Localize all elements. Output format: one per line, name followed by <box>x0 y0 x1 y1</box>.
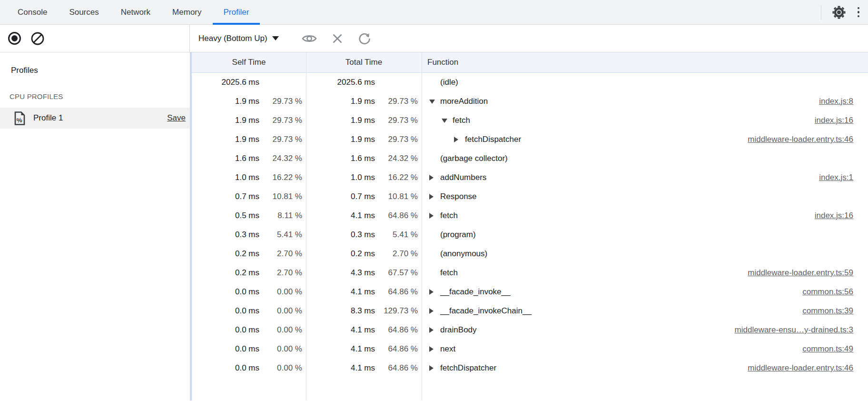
expander-toggle[interactable] <box>429 175 440 180</box>
profile-grid-row[interactable]: 0.0 ms0.00 %8.3 ms129.73 %__facade_invok… <box>192 301 868 321</box>
self-time-value: 1.0 ms <box>192 173 259 182</box>
self-time-cell: 2025.6 ms <box>192 78 306 87</box>
toolbar-divider <box>821 5 821 20</box>
function-cell: addNumbersindex.js:1 <box>422 173 868 182</box>
self-time-percent: 29.73 % <box>259 97 302 106</box>
function-name: drainBody <box>440 325 477 335</box>
column-header-self-time[interactable]: Self Time <box>192 58 306 67</box>
function-cell: fetchmiddleware-loader.entry.ts:59 <box>422 268 868 278</box>
profile-grid-row[interactable]: 0.0 ms0.00 %4.1 ms64.86 %drainBodymiddle… <box>192 321 868 340</box>
tab-network[interactable]: Network <box>110 0 161 24</box>
function-cell: fetchindex.js:16 <box>422 211 868 221</box>
self-time-percent: 8.11 % <box>259 211 302 221</box>
function-name: (anonymous) <box>440 249 487 259</box>
function-cell: fetchDispatchermiddleware-loader.entry.t… <box>422 135 868 144</box>
source-link[interactable]: middleware-loader.entry.ts:59 <box>748 268 853 278</box>
total-time-value: 4.1 ms <box>306 363 375 373</box>
total-time-percent: 2.70 % <box>375 249 418 259</box>
chevron-down-icon <box>272 36 279 40</box>
tab-console[interactable]: Console <box>7 0 58 24</box>
view-mode-label: Heavy (Bottom Up) <box>198 34 267 43</box>
focus-selected-button[interactable] <box>302 33 317 44</box>
source-link[interactable]: middleware-loader.entry.ts:46 <box>748 135 853 144</box>
profile-grid-row[interactable]: 1.9 ms29.73 %1.9 ms29.73 %moreAdditionin… <box>192 92 868 111</box>
restore-nodes-button[interactable] <box>358 32 371 45</box>
profile-name: Profile 1 <box>33 113 167 123</box>
tab-profiler[interactable]: Profiler <box>213 0 260 24</box>
self-time-value: 1.9 ms <box>192 97 259 106</box>
profile-list-item[interactable]: % Profile 1 Save <box>0 108 190 129</box>
self-time-value: 1.9 ms <box>192 116 259 125</box>
close-icon <box>332 33 343 44</box>
source-link[interactable]: common.ts:56 <box>802 287 853 297</box>
profile-grid-row[interactable]: 0.5 ms8.11 %4.1 ms64.86 %fetchindex.js:1… <box>192 206 868 225</box>
save-profile-link[interactable]: Save <box>167 113 186 123</box>
profile-grid-row[interactable]: 1.6 ms24.32 %1.6 ms24.32 %(garbage colle… <box>192 149 868 168</box>
expander-toggle[interactable] <box>442 119 453 123</box>
expander-toggle[interactable] <box>429 289 440 295</box>
profile-grid-row[interactable]: 1.9 ms29.73 %1.9 ms29.73 %fetchindex.js:… <box>192 111 868 130</box>
column-header-total-time[interactable]: Total Time <box>306 58 422 67</box>
triangle-right-icon <box>429 327 434 333</box>
view-mode-dropdown[interactable]: Heavy (Bottom Up) <box>198 34 279 43</box>
triangle-right-icon <box>429 346 434 352</box>
refresh-icon <box>358 32 371 45</box>
tab-sources[interactable]: Sources <box>58 0 109 24</box>
function-cell: fetchDispatchermiddleware-loader.entry.t… <box>422 363 868 373</box>
column-header-function[interactable]: Function <box>422 58 868 67</box>
source-link[interactable]: index.js:16 <box>815 116 853 125</box>
profile-grid-row[interactable]: 0.0 ms0.00 %4.1 ms64.86 %nextcommon.ts:4… <box>192 340 868 359</box>
profile-grid-row[interactable]: 0.3 ms5.41 %0.3 ms5.41 %(program) <box>192 225 868 244</box>
function-cell: (anonymous) <box>422 249 868 259</box>
profile-grid-row[interactable]: 0.2 ms2.70 %4.3 ms67.57 %fetchmiddleware… <box>192 263 868 282</box>
self-time-percent: 2.70 % <box>259 268 302 278</box>
profile-grid-row[interactable]: 1.9 ms29.73 %1.9 ms29.73 %fetchDispatche… <box>192 130 868 149</box>
expander-toggle[interactable] <box>429 346 440 352</box>
profile-grid-row[interactable]: 0.2 ms2.70 %0.2 ms2.70 %(anonymous) <box>192 244 868 263</box>
record-button[interactable] <box>8 32 21 45</box>
total-time-percent: 5.41 % <box>375 230 418 240</box>
function-name: fetch <box>440 268 458 278</box>
exclude-selected-button[interactable] <box>332 33 343 44</box>
function-name: __facade_invoke__ <box>440 287 510 297</box>
eye-icon <box>302 33 317 44</box>
function-cell: Response <box>422 192 868 201</box>
source-link[interactable]: common.ts:39 <box>802 306 853 316</box>
expander-toggle[interactable] <box>429 365 440 371</box>
total-time-value: 1.6 ms <box>306 154 375 163</box>
total-time-percent: 64.86 % <box>375 211 418 221</box>
expander-toggle[interactable] <box>429 327 440 333</box>
expander-toggle[interactable] <box>429 194 440 200</box>
profiler-toolbar: Heavy (Bottom Up) <box>0 25 868 52</box>
source-link[interactable]: index.js:1 <box>819 173 853 182</box>
expander-toggle[interactable] <box>429 308 440 314</box>
profile-grid-row[interactable]: 0.0 ms0.00 %4.1 ms64.86 %fetchDispatcher… <box>192 359 868 378</box>
self-time-value: 0.0 ms <box>192 287 259 297</box>
clear-button[interactable] <box>30 31 45 46</box>
tab-memory[interactable]: Memory <box>161 0 212 24</box>
expander-toggle[interactable] <box>429 213 440 219</box>
source-link[interactable]: index.js:8 <box>819 97 853 106</box>
self-time-percent: 5.41 % <box>259 230 302 240</box>
expander-toggle[interactable] <box>454 137 465 142</box>
source-link[interactable]: common.ts:49 <box>802 344 853 354</box>
function-cell: drainBodymiddleware-ensu…y-drained.ts:3 <box>422 325 868 335</box>
settings-button[interactable] <box>831 4 847 20</box>
profile-grid-row[interactable]: 0.7 ms10.81 %0.7 ms10.81 %Response <box>192 187 868 206</box>
total-time-cell: 4.1 ms64.86 % <box>306 344 422 354</box>
profile-grid-row[interactable]: 1.0 ms16.22 %1.0 ms16.22 %addNumbersinde… <box>192 168 868 187</box>
source-link[interactable]: middleware-ensu…y-drained.ts:3 <box>735 325 853 335</box>
overflow-menu-button[interactable] <box>858 7 860 18</box>
gear-icon <box>831 5 847 20</box>
self-time-value: 1.9 ms <box>192 135 259 144</box>
self-time-percent: 16.22 % <box>259 173 302 182</box>
self-time-percent: 0.00 % <box>259 325 302 335</box>
total-time-cell: 1.9 ms29.73 % <box>306 97 422 106</box>
self-time-cell: 0.0 ms0.00 % <box>192 344 306 354</box>
self-time-cell: 1.9 ms29.73 % <box>192 135 306 144</box>
expander-toggle[interactable] <box>429 100 440 104</box>
source-link[interactable]: index.js:16 <box>815 211 853 221</box>
source-link[interactable]: middleware-loader.entry.ts:46 <box>748 363 853 373</box>
profile-grid-row[interactable]: 2025.6 ms2025.6 ms(idle) <box>192 73 868 92</box>
profile-grid-row[interactable]: 0.0 ms0.00 %4.1 ms64.86 %__facade_invoke… <box>192 282 868 301</box>
